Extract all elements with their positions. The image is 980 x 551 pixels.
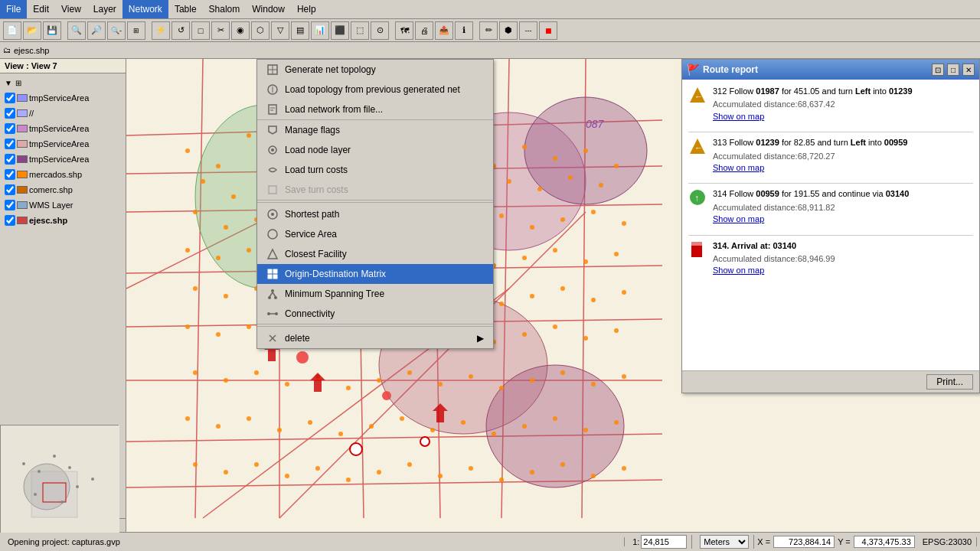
menu-load-topology[interactable]: Load topology from previous generated ne…: [257, 80, 493, 99]
svg-point-143: [277, 428, 282, 432]
toolbar-stats[interactable]: 📊: [311, 21, 329, 40]
submenu-arrow: ▶: [477, 333, 484, 344]
delete-icon: [266, 332, 279, 344]
menu-save-turn-costs: Save turn costs: [257, 180, 493, 200]
toolbar-filter[interactable]: ▽: [271, 21, 289, 40]
layer-item-5[interactable]: mercados.shp: [2, 167, 124, 182]
toolbar-info[interactable]: ℹ: [455, 21, 473, 40]
save-turn-costs-icon: [266, 184, 279, 196]
menu-file[interactable]: File: [0, 0, 27, 18]
toolbar-print[interactable]: 🖨: [415, 21, 433, 40]
toolbar-table[interactable]: ▤: [291, 21, 309, 40]
layer-item-1[interactable]: //: [2, 106, 124, 121]
print-button[interactable]: Print...: [926, 374, 973, 390]
svg-marker-197: [268, 249, 277, 259]
svg-text:←: ←: [694, 92, 703, 101]
menu-shortest-path[interactable]: Shortest path: [257, 204, 493, 224]
toolbar-zoom-in[interactable]: 🔎: [87, 21, 106, 40]
svg-point-82: [247, 248, 251, 253]
menu-load-node-layer[interactable]: Load node layer: [257, 140, 493, 160]
toolbar-zoom-out[interactable]: 🔍-: [107, 21, 126, 40]
svg-point-178: [420, 437, 430, 446]
show-map-312[interactable]: Show on map: [713, 112, 764, 121]
menu-delete[interactable]: delete ▶: [257, 328, 493, 348]
show-map-314[interactable]: Show on map: [713, 214, 764, 223]
menu-edit[interactable]: Edit: [27, 0, 55, 18]
menu-network[interactable]: Network: [122, 0, 168, 18]
show-map-313[interactable]: Show on map: [713, 163, 764, 172]
menu-layer[interactable]: Layer: [87, 0, 122, 18]
menu-load-network-file[interactable]: Load network from file...: [257, 99, 493, 119]
layer-item-6[interactable]: comerc.shp: [2, 182, 124, 197]
svg-point-52: [231, 194, 236, 199]
map-area[interactable]: 087 151 131 Generate net topology Load t…: [126, 59, 980, 532]
svg-point-140: [185, 416, 190, 421]
menu-minimum-spanning-tree[interactable]: Minimum Spanning Tree: [257, 284, 493, 304]
toolbar-net6[interactable]: ⬡: [251, 21, 270, 40]
toolbar-open[interactable]: 📂: [23, 21, 41, 40]
toolbar-export[interactable]: 📤: [435, 21, 453, 40]
window-restore-btn[interactable]: ⊡: [932, 64, 944, 76]
menu-shalom[interactable]: Shalom: [203, 0, 247, 18]
toolbar-zoom-full[interactable]: ⊞: [127, 21, 145, 40]
menu-divider-2: [257, 326, 493, 327]
toolbar-save[interactable]: 💾: [43, 21, 61, 40]
window-close-btn[interactable]: ✕: [962, 64, 975, 76]
svg-point-177: [350, 443, 362, 455]
menu-help[interactable]: Help: [291, 0, 322, 18]
layer-item-8[interactable]: ejesc.shp: [2, 213, 124, 228]
toolbar-net5[interactable]: ◉: [231, 21, 250, 40]
x-coord: 723,884.14: [773, 536, 835, 548]
svg-point-149: [461, 420, 466, 425]
layer-item-0[interactable]: tmpServiceArea: [2, 90, 124, 106]
svg-point-79: [622, 221, 626, 226]
svg-text:↑: ↑: [694, 193, 699, 204]
menu-manage-flags[interactable]: Manage flags: [257, 120, 493, 140]
svg-point-76: [530, 225, 534, 230]
menu-window[interactable]: Window: [246, 0, 291, 18]
svg-point-61: [507, 179, 511, 184]
load-node-layer-icon: [266, 144, 279, 156]
toolbar-sel[interactable]: ⬛: [331, 21, 349, 40]
menu-divider-1: [257, 202, 493, 203]
svg-point-135: [499, 386, 504, 390]
layer-item-4[interactable]: tmpServiceArea: [2, 152, 124, 167]
menu-closest-facility[interactable]: Closest Facility: [257, 244, 493, 264]
svg-point-63: [568, 175, 573, 180]
layer-color-2: [17, 125, 28, 132]
menu-table[interactable]: Table: [168, 0, 203, 18]
menu-view[interactable]: View: [55, 0, 87, 18]
toolbar-edit3[interactable]: ---: [519, 21, 537, 40]
menu-origin-destination-matrix[interactable]: Origin-Destination Matrix: [257, 264, 493, 284]
menu-generate-topology[interactable]: Generate net topology: [257, 60, 493, 80]
toolbar-stop[interactable]: ⏹: [539, 21, 557, 40]
svg-point-11: [91, 478, 94, 481]
toolbar-net4[interactable]: ✂: [211, 21, 230, 40]
svg-point-169: [622, 466, 626, 471]
show-map-arrival[interactable]: Show on map: [713, 266, 764, 275]
scale-input[interactable]: [641, 535, 687, 549]
svg-point-156: [224, 470, 228, 474]
toolbar-new[interactable]: 📄: [3, 21, 21, 40]
toolbar-edit1[interactable]: ✏: [479, 21, 498, 40]
menu-service-area[interactable]: Service Area: [257, 224, 493, 244]
toolbar-net2[interactable]: ↺: [172, 21, 190, 40]
toolbar-net3[interactable]: □: [191, 21, 210, 40]
svg-point-154: [614, 420, 619, 425]
svg-point-142: [247, 416, 251, 421]
layer-tree-root[interactable]: ▼ ⊞: [2, 75, 124, 90]
toolbar-search[interactable]: 🔍: [67, 21, 86, 40]
layer-item-3[interactable]: tmpServiceArea: [2, 136, 124, 152]
layer-item-7[interactable]: WMS Layer: [2, 197, 124, 213]
toolbar-net1[interactable]: ⚡: [152, 21, 170, 40]
route-report-content[interactable]: ← 312 Follow 01987 for 451.05 and turn L…: [682, 80, 979, 370]
units-select[interactable]: Meters Feet Degrees: [700, 535, 749, 549]
menu-connectivity[interactable]: Connectivity: [257, 304, 493, 324]
toolbar-edit2[interactable]: ⬢: [499, 21, 518, 40]
toolbar-point-sel[interactable]: ⊙: [371, 21, 389, 40]
toolbar-lasso[interactable]: ⬚: [351, 21, 369, 40]
menu-load-turn-costs[interactable]: Load turn costs: [257, 160, 493, 180]
window-maximize-btn[interactable]: □: [947, 64, 959, 76]
layer-item-2[interactable]: tmpServiceArea: [2, 121, 124, 136]
toolbar-zoom-map[interactable]: 🗺: [395, 21, 413, 40]
